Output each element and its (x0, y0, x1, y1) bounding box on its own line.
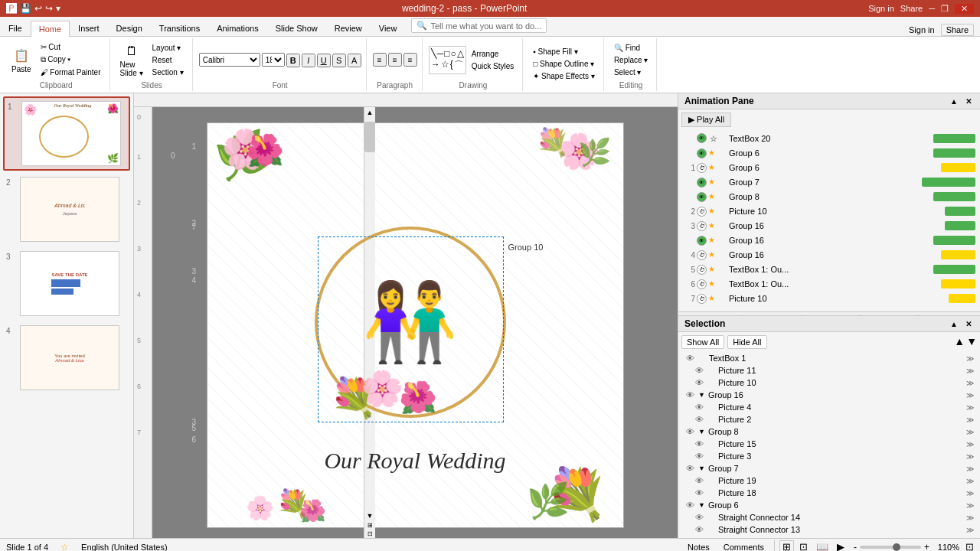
slide-thumb-2[interactable]: 2 Ahmad & Lis Jepara (3, 174, 130, 245)
sel-eye-picture10a[interactable]: 👁 (694, 377, 704, 388)
layout-button[interactable]: Layout ▾ (149, 42, 188, 54)
sel-eye-picture3[interactable]: 👁 (694, 451, 704, 461)
tab-home[interactable]: Home (31, 21, 70, 37)
sel-move-up[interactable]: ▲ (954, 335, 965, 349)
align-right-button[interactable]: ≡ (403, 53, 417, 67)
slide-thumb-4[interactable]: 4 You are invited Ahmad & Lisa (3, 322, 130, 393)
sel-eye-picture2[interactable]: 👁 (694, 414, 704, 425)
anim-row-picture10a[interactable]: 2 ⏱ ★ Picture 10 (681, 204, 977, 218)
sel-item-picture10a[interactable]: 👁 Picture 10 ≫ (681, 377, 977, 389)
sel-eye-group6[interactable]: 👁 (684, 500, 695, 510)
sel-eye-group7[interactable]: 👁 (684, 463, 695, 474)
sel-nav-sc14[interactable]: ≫ (966, 514, 974, 522)
sel-arrow-group8[interactable]: ▼ (698, 428, 705, 435)
format-painter-button[interactable]: 🖌 Format Painter (37, 67, 105, 78)
zoom-slider[interactable] (860, 546, 921, 549)
sel-eye-picture15[interactable]: 👁 (694, 439, 704, 449)
hide-all-button[interactable]: Hide All (727, 335, 766, 349)
section-button[interactable]: Section ▾ (149, 67, 188, 78)
sel-nav-picture4[interactable]: ≫ (966, 403, 974, 412)
font-family-select[interactable]: Calibri (199, 53, 260, 67)
share-btn[interactable]: Share (941, 24, 974, 36)
tab-review[interactable]: Review (326, 20, 371, 36)
canvas-area[interactable]: 0 1 2 7 3 4 3 5 6 🌿 🌸 (152, 107, 678, 538)
anim-row-textbox20[interactable]: 👁 ☆ TextBox 20 (681, 132, 977, 145)
paste-button[interactable]: 📋 Paste (8, 44, 35, 76)
sel-nav-picture19[interactable]: ≫ (966, 477, 974, 485)
sel-eye-textbox1[interactable]: 👁 (684, 353, 695, 364)
sel-eye-group16[interactable]: 👁 (684, 390, 695, 400)
sel-arrow-group7[interactable]: ▼ (698, 465, 705, 472)
sel-item-picture15[interactable]: 👁 Picture 15 ≫ (681, 438, 977, 450)
sel-eye-picture19[interactable]: 👁 (694, 475, 704, 486)
find-button[interactable]: 🔍 Find (610, 42, 652, 54)
tab-file[interactable]: File (0, 20, 31, 36)
play-all-button[interactable]: ▶ Play All (681, 112, 731, 127)
tab-animations[interactable]: Animations (208, 20, 266, 36)
sel-eye-sc13[interactable]: 👁 (694, 524, 704, 534)
tell-me-box[interactable]: 🔍 Tell me what you want to do... (411, 18, 547, 33)
sel-nav-picture18[interactable]: ≫ (966, 489, 974, 497)
sel-eye-group8[interactable]: 👁 (684, 426, 695, 437)
align-left-button[interactable]: ≡ (373, 53, 387, 67)
sel-arrow-group6[interactable]: ▼ (698, 501, 705, 509)
animation-pane-close[interactable]: ✕ (963, 97, 974, 106)
zoom-out-btn[interactable]: - (854, 542, 857, 552)
sel-item-picture3[interactable]: 👁 Picture 3 ≫ (681, 450, 977, 462)
sel-eye-picture18[interactable]: 👁 (694, 487, 704, 498)
shape-outline-button[interactable]: □ Shape Outline ▾ (529, 58, 599, 70)
slide-thumb-1[interactable]: 1 Our Royal Wedding 🌸 🌺 🌿 (3, 96, 130, 171)
new-slide-button[interactable]: 🗒 NewSlide ▾ (116, 40, 147, 80)
sel-eye-picture11[interactable]: 👁 (694, 365, 704, 376)
copy-button[interactable]: ⧉ Copy ▾ (37, 54, 105, 66)
shape-effects-button[interactable]: ✦ Shape Effects ▾ (529, 70, 599, 82)
tab-insert[interactable]: Insert (70, 20, 108, 36)
sel-item-sc14[interactable]: 👁 Straight Connector 14 ≫ (681, 511, 977, 523)
sel-item-group7[interactable]: 👁 ▼ Group 7 ≫ (681, 462, 977, 474)
share-link[interactable]: Share (900, 4, 923, 14)
sel-item-sc13[interactable]: 👁 Straight Connector 13 ≫ (681, 523, 977, 534)
sel-item-picture2[interactable]: 👁 Picture 2 ≫ (681, 413, 977, 425)
quick-access-redo[interactable]: ↪ (45, 3, 53, 14)
animation-pane-collapse[interactable]: ▲ (948, 97, 960, 106)
anim-row-textbox1a[interactable]: 5 ⏱ ★ TextBox 1: Ou... (681, 262, 977, 276)
cut-button[interactable]: ✂ Cut (37, 41, 105, 53)
sel-item-textbox1[interactable]: 👁 TextBox 1 ≫ (681, 352, 977, 364)
font-size-select[interactable]: 18 (262, 53, 285, 67)
anim-row-group6b[interactable]: 1 ⏱ ★ Group 6 (681, 161, 977, 174)
anim-row-group16a[interactable]: 3 ⏱ ★ Group 16 (681, 219, 977, 233)
sel-item-group16[interactable]: 👁 ▼ Group 16 ≫ (681, 389, 977, 401)
reading-view-btn[interactable]: 📖 (813, 540, 831, 551)
quick-access-more[interactable]: ▾ (56, 3, 60, 14)
anim-row-group16c[interactable]: 4 ⏱ ★ Group 16 (681, 248, 977, 262)
zoom-percent[interactable]: 110% (933, 543, 959, 552)
sel-nav-group6[interactable]: ≫ (966, 501, 974, 510)
sel-nav-group8[interactable]: ≫ (966, 428, 974, 436)
language-indicator[interactable]: English (United States) (81, 543, 168, 552)
sel-nav-picture11[interactable]: ≫ (966, 367, 974, 375)
shapes-gallery[interactable]: ╲─□○△ →☆{⌒ (429, 46, 466, 74)
underline-button[interactable]: U (317, 54, 331, 67)
quick-access-save[interactable]: 💾 (20, 3, 31, 14)
fit-to-window-btn[interactable]: ⊡ (965, 541, 974, 551)
sel-nav-picture15[interactable]: ≫ (966, 440, 974, 448)
sel-item-picture18[interactable]: 👁 Picture 18 ≫ (681, 487, 977, 499)
strikethrough-button[interactable]: S (332, 54, 346, 67)
fit-page-btn[interactable]: ⊞ (367, 521, 374, 530)
slideshow-btn[interactable]: ▶ (834, 540, 848, 551)
replace-button[interactable]: Replace ▾ (610, 54, 652, 66)
anim-row-textbox1b[interactable]: 6 ⏱ ★ TextBox 1: Ou... (681, 277, 977, 291)
selection-pane-collapse[interactable]: ▲ (948, 320, 960, 328)
sign-in-link[interactable]: Sign in (868, 4, 894, 14)
arrange-button[interactable]: Arrange (468, 48, 518, 60)
sel-nav-group7[interactable]: ≫ (966, 465, 974, 473)
sel-item-group8[interactable]: 👁 ▼ Group 8 ≫ (681, 425, 977, 438)
selection-pane-close[interactable]: ✕ (963, 320, 974, 328)
sel-eye-picture4[interactable]: 👁 (694, 402, 704, 412)
sel-nav-textbox1[interactable]: ≫ (966, 354, 974, 363)
zoom-fit-btn[interactable]: ⊡ (367, 530, 374, 538)
restore-btn[interactable]: ❐ (941, 4, 949, 14)
sel-nav-picture3[interactable]: ≫ (966, 452, 974, 461)
sel-item-group6[interactable]: 👁 ▼ Group 6 ≫ (681, 499, 977, 511)
sel-nav-group16[interactable]: ≫ (966, 391, 974, 399)
